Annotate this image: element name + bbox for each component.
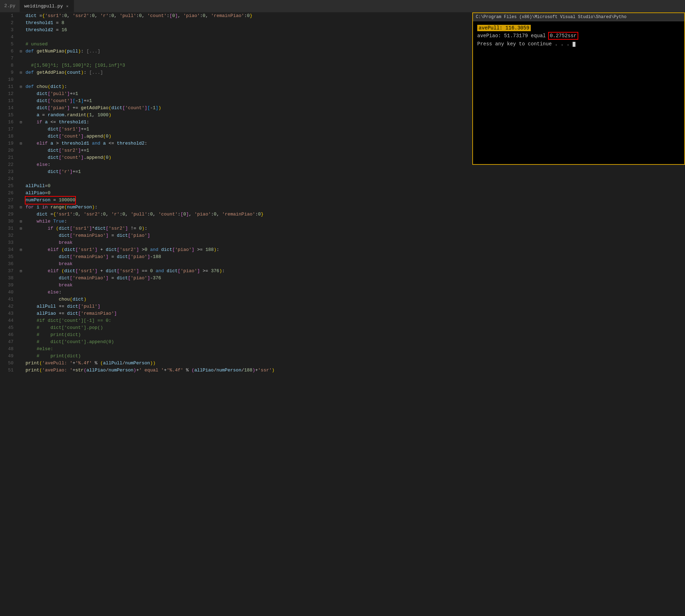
code-line-38: 38 dict['remainPiao'] = dict['piao']-376 xyxy=(0,275,685,282)
code-line-40: 40 else: xyxy=(0,289,685,296)
code-line-29: 29 dict ={'ssr1':0, 'ssr2':0, 'r':0, 'pu… xyxy=(0,211,685,218)
console-line-1: avePull: 116.3059 xyxy=(477,24,680,32)
code-line-33: 33 break xyxy=(0,239,685,246)
code-line-47: 47 # dict['count'].append(0) xyxy=(0,338,685,346)
tab-close-button[interactable]: ✕ xyxy=(65,4,69,9)
code-line-46: 46 # print(dict) xyxy=(0,331,685,338)
code-line-36: 36 break xyxy=(0,261,685,268)
code-line-27: 27 numPerson = 100000 xyxy=(0,197,685,204)
code-line-49: 49 # print(dict) xyxy=(0,353,685,360)
code-line-32: 32 dict['remainPiao'] = dict['piao'] xyxy=(0,232,685,239)
code-line-31: 31 ⊟ if (dict['ssr1']*dict['ssr2'] != 0)… xyxy=(0,225,685,232)
code-line-41: 41 chou(dict) xyxy=(0,296,685,303)
code-line-23: 23 dict['r']+=1 xyxy=(0,168,685,175)
tab-2py[interactable]: 2.py xyxy=(0,0,20,12)
console-line-3: Press any key to continue . . . xyxy=(477,40,680,48)
console-title: C:\Program Files (x86)\Microsoft Visual … xyxy=(476,15,626,19)
code-line-35: 35 dict['remainPiao'] = dict['piao']-188 xyxy=(0,253,685,261)
code-line-39: 39 break xyxy=(0,282,685,289)
code-line-34: 34 ⊟ elif (dict['ssr1'] + dict['ssr2'] >… xyxy=(0,246,685,253)
code-line-42: 42 allPull += dict['pull'] xyxy=(0,303,685,310)
console-content: avePull: 116.3059 avePiao: 51.73179 equa… xyxy=(473,21,684,51)
console-title-bar: C:\Program Files (x86)\Microsoft Visual … xyxy=(473,13,684,21)
equal-value-highlight: 0.2752ssr xyxy=(549,33,578,39)
tab-label: 2.py xyxy=(4,3,15,9)
code-line-37: 37 ⊟ elif (dict['ssr1'] + dict['ssr2'] =… xyxy=(0,268,685,275)
tab-label: weidingpull.py xyxy=(24,4,63,9)
main-layout: 1 dict ={'ssr1':0, 'ssr2':0, 'r':0, 'pul… xyxy=(0,12,685,616)
tab-weidingpull[interactable]: weidingpull.py ✕ xyxy=(20,0,74,12)
cursor xyxy=(573,42,575,47)
code-line-43: 43 allPiao += dict['remainPiao'] xyxy=(0,310,685,317)
code-line-28: 28 ⊟ for i in range(numPerson): xyxy=(0,204,685,211)
console-panel: C:\Program Files (x86)\Microsoft Visual … xyxy=(472,12,685,165)
code-line-50: 50 print('avePull: '+'%.4f' % (allPull/n… xyxy=(0,360,685,367)
code-line-45: 45 # dict['count'].pop() xyxy=(0,324,685,331)
code-line-51: 51 print('avePiao: '+str(allPiao/numPers… xyxy=(0,367,685,374)
code-line-24: 24 xyxy=(0,175,685,183)
code-line-26: 26 allPiao=0 xyxy=(0,190,685,197)
ave-pull-highlight: avePull: 116.3059 xyxy=(477,25,531,31)
code-line-44: 44 #if dict['count'][-1] == 0: xyxy=(0,317,685,324)
app-container: 2.py weidingpull.py ✕ 1 dict ={'ssr1':0,… xyxy=(0,0,685,616)
tab-bar: 2.py weidingpull.py ✕ xyxy=(0,0,685,12)
code-line-25: 25 allPull=0 xyxy=(0,183,685,190)
console-line-2: avePiao: 51.73179 equal 0.2752ssr xyxy=(477,32,680,40)
code-line-48: 48 #else: xyxy=(0,346,685,353)
code-line-30: 30 ⊟ while True: xyxy=(0,218,685,225)
